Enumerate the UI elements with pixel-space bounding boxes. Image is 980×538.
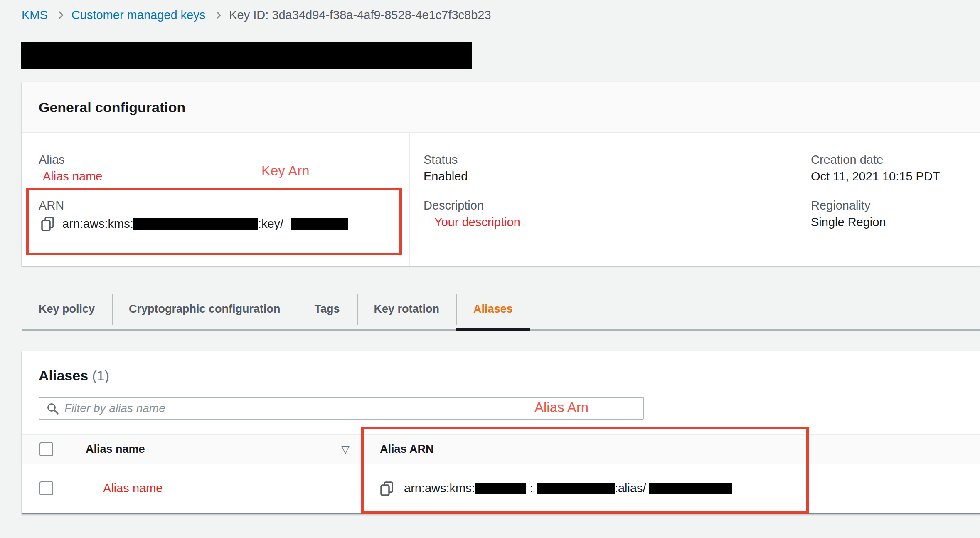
status-value: Enabled xyxy=(424,169,794,183)
aliases-card-header: Aliases (1) xyxy=(22,351,980,384)
creation-date-field: Creation date Oct 11, 2021 10:15 PDT xyxy=(811,153,980,183)
kms-key-detail-page: KMS Customer managed keys Key ID: 3da34d… xyxy=(0,0,980,538)
alias-name-column-header: Alias name xyxy=(86,443,145,456)
general-configuration-card: General configuration Alias Alias name A… xyxy=(22,82,980,266)
breadcrumb-link-customer-managed-keys[interactable]: Customer managed keys xyxy=(71,8,205,22)
alias-filter-input[interactable] xyxy=(39,397,644,420)
row-alias-arn-value: arn:aws:kms:::alias/ xyxy=(380,481,732,496)
general-configuration-body: Alias Alias name ARN arn:aws:kms::key/ xyxy=(22,133,980,266)
arn-key-id-redaction-bar xyxy=(291,218,348,230)
regionality-value: Single Region xyxy=(811,215,980,229)
creation-date-value: Oct 11, 2021 10:15 PDT xyxy=(811,169,980,183)
alias-label: Alias xyxy=(39,153,409,167)
aliases-table-header-row: Alias name ▽ Alias ARN xyxy=(22,435,980,464)
arn-field: ARN arn:aws:kms::key/ xyxy=(39,198,409,232)
aliases-table: Alias name ▽ Alias ARN Alias name xyxy=(22,434,980,514)
copy-alias-arn-button[interactable] xyxy=(380,481,394,496)
sort-descending-icon[interactable]: ▽ xyxy=(341,443,350,456)
description-field: Description Your description xyxy=(424,198,794,229)
header-checkbox-cell xyxy=(22,442,74,456)
copy-arn-button[interactable] xyxy=(41,216,55,231)
row-alias-name-annotation: Alias name xyxy=(86,481,163,495)
status-label: Status xyxy=(424,153,794,167)
aliases-title: Aliases (1) xyxy=(39,367,980,384)
header-alias-arn-cell: Alias ARN xyxy=(361,435,980,464)
arn-label: ARN xyxy=(39,198,409,212)
general-configuration-header: General configuration xyxy=(22,82,980,133)
aliases-card: Aliases (1) Alias name ▽ Alias ARN xyxy=(22,351,980,514)
breadcrumb: KMS Customer managed keys Key ID: 3da34d… xyxy=(22,8,491,22)
general-configuration-column-3: Creation date Oct 11, 2021 10:15 PDT Reg… xyxy=(794,133,980,266)
alias-arn-region-redaction-bar xyxy=(475,483,526,494)
aliases-count: (1) xyxy=(92,368,110,383)
alias-arn-alias-segment-text: :alias/ xyxy=(615,481,646,495)
general-configuration-column-1: Alias Alias name ARN arn:aws:kms::key/ xyxy=(22,133,409,266)
description-value-annotation: Your description xyxy=(424,215,794,229)
alias-filter-wrap xyxy=(39,397,644,420)
breadcrumb-link-kms[interactable]: KMS xyxy=(22,8,48,22)
general-configuration-title: General configuration xyxy=(39,99,185,116)
tab-tags[interactable]: Tags xyxy=(298,289,357,329)
alias-arn-column-header: Alias ARN xyxy=(380,443,434,456)
row-checkbox[interactable] xyxy=(39,481,53,495)
row-alias-arn-cell: arn:aws:kms:::alias/ xyxy=(361,464,980,513)
header-alias-name-cell[interactable]: Alias name ▽ xyxy=(74,435,361,464)
alias-field: Alias Alias name xyxy=(39,153,409,183)
row-checkbox-cell xyxy=(22,481,74,495)
chevron-right-icon xyxy=(56,11,63,19)
alias-arn-name-redaction-bar xyxy=(649,483,732,494)
tab-key-rotation[interactable]: Key rotation xyxy=(357,289,457,329)
select-all-checkbox[interactable] xyxy=(39,442,53,456)
key-detail-tabs: Key policy Cryptographic configuration T… xyxy=(22,289,980,331)
arn-region-account-redaction-bar xyxy=(133,218,258,230)
alias-arn-separator-text: : xyxy=(530,481,533,495)
alias-arn-account-redaction-bar xyxy=(537,483,615,494)
breadcrumb-current-key-id: Key ID: 3da34d94-f38a-4af9-8528-4e1c7f3c… xyxy=(229,8,491,22)
status-field: Status Enabled xyxy=(424,153,794,183)
page-title-redaction-bar xyxy=(21,42,472,69)
tab-aliases[interactable]: Aliases xyxy=(456,289,530,329)
arn-key-segment-text: :key/ xyxy=(258,217,283,231)
alias-table-row: Alias name arn:aws:kms:::alias/ xyxy=(22,464,980,514)
creation-date-label: Creation date xyxy=(811,153,980,167)
general-configuration-column-2: Status Enabled Description Your descript… xyxy=(409,133,794,266)
regionality-label: Regionality xyxy=(811,198,980,212)
description-label: Description xyxy=(424,198,794,212)
copy-icon xyxy=(380,481,394,496)
tab-key-policy[interactable]: Key policy xyxy=(22,289,112,329)
aliases-title-text: Aliases xyxy=(39,368,88,383)
row-alias-name-cell: Alias name xyxy=(74,464,361,513)
alias-arn-prefix-text: arn:aws:kms: xyxy=(404,481,475,495)
regionality-field: Regionality Single Region xyxy=(811,198,980,229)
chevron-right-icon xyxy=(214,11,221,19)
alias-value-annotation: Alias name xyxy=(39,169,409,183)
arn-prefix-text: arn:aws:kms: xyxy=(62,217,133,231)
arn-value-row: arn:aws:kms::key/ xyxy=(39,215,409,232)
tab-cryptographic-configuration[interactable]: Cryptographic configuration xyxy=(112,289,298,329)
copy-icon xyxy=(41,216,55,231)
